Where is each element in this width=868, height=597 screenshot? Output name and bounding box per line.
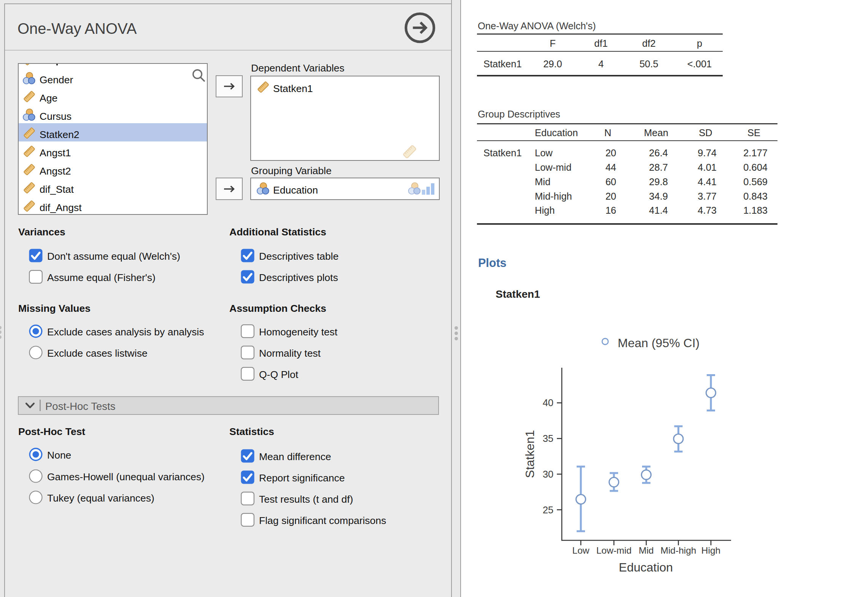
svg-text:25: 25 [543, 505, 553, 515]
svg-text:High: High [701, 545, 720, 556]
svg-text:30: 30 [543, 469, 553, 480]
svg-text:Low: Low [572, 545, 590, 556]
svg-text:Mid-high: Mid-high [661, 545, 696, 556]
svg-text:40: 40 [543, 397, 553, 408]
svg-text:Education: Education [619, 560, 673, 574]
svg-text:Mid: Mid [639, 545, 653, 556]
svg-text:Low-mid: Low-mid [596, 545, 632, 556]
svg-text:Statken1: Statken1 [523, 430, 537, 478]
svg-text:35: 35 [543, 433, 553, 444]
